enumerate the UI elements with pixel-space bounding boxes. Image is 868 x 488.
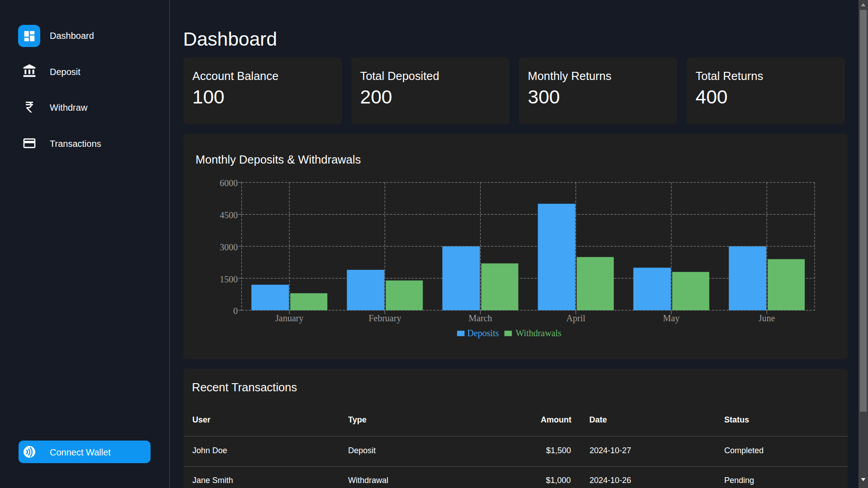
svg-text:February: February — [368, 313, 401, 324]
svg-text:6000: 6000 — [220, 178, 238, 188]
svg-text:0: 0 — [233, 306, 238, 316]
svg-text:June: June — [758, 313, 775, 323]
svg-text:May: May — [663, 313, 679, 324]
svg-text:Withdrawals: Withdrawals — [515, 328, 561, 338]
svg-text:March: March — [468, 313, 492, 323]
svg-text:April: April — [566, 313, 585, 324]
svg-text:3000: 3000 — [220, 242, 238, 252]
svg-text:4500: 4500 — [220, 210, 238, 220]
svg-text:January: January — [275, 313, 303, 324]
svg-text:Deposits: Deposits — [467, 328, 499, 338]
svg-text:1500: 1500 — [220, 274, 238, 284]
